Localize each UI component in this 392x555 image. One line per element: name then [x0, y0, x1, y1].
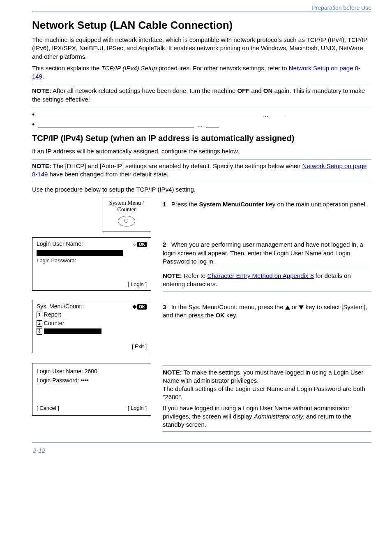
triangle-up-icon: [285, 305, 290, 310]
step-1-text: 1 Press the System Menu/Counter key on t…: [163, 200, 371, 208]
step-2-note: NOTE: Refer to Character Entry Method on…: [163, 272, 371, 289]
redacted-item: [44, 328, 101, 334]
lcd-login-screen: Login User Name: ·:·OK Login Password: […: [32, 237, 151, 291]
button-oval-icon: [118, 216, 135, 227]
dpad-icon: ◆: [132, 303, 136, 310]
bullet-item: • ...: [32, 111, 371, 119]
note-box-2: NOTE: The [DHCP] and [Auto-IP] settings …: [32, 159, 371, 183]
procedure-intro: Use the procedure below to setup the TCP…: [32, 185, 371, 194]
bottom-rule: [32, 442, 371, 443]
system-menu-counter-key: System Menu / Counter: [102, 197, 151, 231]
lcd-admin-login: Login User Name: 2600 Login Password: ••…: [32, 363, 151, 416]
bullet-list: • ... • ...: [32, 111, 371, 129]
intro-text: The machine is equipped with network int…: [32, 36, 371, 61]
header-breadcrumb: Preparation before Use: [312, 4, 371, 12]
admin-note: NOTE: To make the settings, you must hav…: [163, 368, 371, 402]
text-cursor-icon: ·:·: [133, 241, 136, 247]
link-char-entry[interactable]: Character Entry Method on Appendix-8: [207, 272, 314, 279]
bullet-item: • ...: [32, 120, 371, 129]
section-title: Network Setup (LAN Cable Connection): [32, 18, 371, 32]
redacted-field: [37, 250, 123, 256]
admin-note-2: If you have logged in using a Login User…: [163, 404, 371, 429]
step-3-text: 3 In the Sys. Menu/Count. menu, press th…: [163, 303, 371, 320]
subsection-title: TCP/IP (IPv4) Setup (when an IP address …: [32, 133, 371, 144]
ok-icon: OK: [137, 242, 147, 247]
explain-text: This section explains the TCP/IP (IPv4) …: [32, 64, 371, 81]
note-label: NOTE:: [32, 87, 51, 94]
lcd-sys-menu: Sys. Menu/Count.: ◆OK 1Report 2Counter 3…: [32, 300, 151, 353]
step-2-text: 2 When you are performing user managemen…: [163, 240, 371, 266]
note-box-1: NOTE: After all network related settings…: [32, 84, 371, 107]
sub-intro: If an IP address will be automatically a…: [32, 147, 371, 155]
page-number: 2-12: [32, 446, 371, 455]
ok-icon: OK: [137, 304, 147, 310]
triangle-down-icon: [299, 305, 304, 310]
